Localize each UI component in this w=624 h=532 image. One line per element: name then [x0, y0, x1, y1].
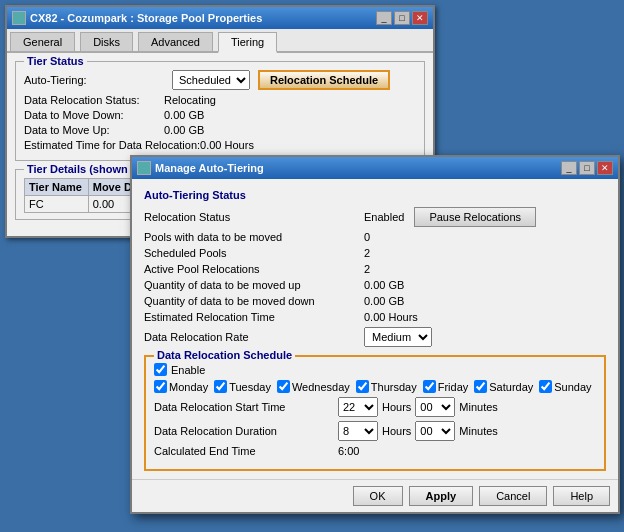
- quantity-move-down-label: Quantity of data to be moved down: [144, 295, 364, 307]
- tab-disks[interactable]: Disks: [80, 32, 133, 51]
- move-up-label: Data to Move Up:: [24, 124, 164, 136]
- day-thursday: Thursday: [356, 380, 417, 393]
- day-wednesday: Wednesday: [277, 380, 350, 393]
- relocation-status-dialog-value: Enabled: [364, 211, 404, 223]
- cell-tier-name: FC: [25, 196, 89, 213]
- pause-relocations-button[interactable]: Pause Relocations: [414, 207, 536, 227]
- dialog-titlebar-icon: [137, 161, 151, 175]
- main-window-title: CX82 - Cozumpark : Storage Pool Properti…: [30, 12, 262, 24]
- relocation-schedule-button[interactable]: Relocation Schedule: [258, 70, 390, 90]
- day-monday: Monday: [154, 380, 208, 393]
- ok-button[interactable]: OK: [353, 486, 403, 506]
- pools-with-data-row: Pools with data to be moved 0: [144, 231, 606, 243]
- minimize-button[interactable]: _: [376, 11, 392, 25]
- enable-label: Enable: [171, 364, 205, 376]
- titlebar-icon: [12, 11, 26, 25]
- auto-tiering-select[interactable]: Scheduled: [172, 70, 250, 90]
- calculated-end-label: Calculated End Time: [154, 445, 334, 457]
- monday-label: Monday: [169, 381, 208, 393]
- enable-row: Enable: [154, 363, 596, 376]
- data-relocation-rate-row: Data Relocation Rate Low Medium High: [144, 327, 606, 347]
- quantity-move-up-row: Quantity of data to be moved up 0.00 GB: [144, 279, 606, 291]
- day-sunday: Sunday: [539, 380, 591, 393]
- auto-tiering-label: Auto-Tiering:: [24, 74, 164, 86]
- active-pool-relocations-value: 2: [364, 263, 370, 275]
- relocation-status-dialog-row: Relocation Status Enabled Pause Relocati…: [144, 207, 606, 227]
- quantity-move-down-row: Quantity of data to be moved down 0.00 G…: [144, 295, 606, 307]
- col-tier-name: Tier Name: [25, 179, 89, 196]
- tab-bar: General Disks Advanced Tiering: [7, 29, 433, 53]
- estimated-time-value: 0.00 Hours: [200, 139, 254, 151]
- minutes-label-2: Minutes: [459, 425, 498, 437]
- data-relocation-rate-label: Data Relocation Rate: [144, 331, 364, 343]
- enable-checkbox[interactable]: [154, 363, 167, 376]
- estimated-relocation-row: Estimated Relocation Time 0.00 Hours: [144, 311, 606, 323]
- schedule-group: Data Relocation Schedule Enable Monday T…: [144, 355, 606, 471]
- apply-button[interactable]: Apply: [409, 486, 474, 506]
- manage-dialog: Manage Auto-Tiering _ □ ✕ Auto-Tiering S…: [130, 155, 620, 514]
- active-pool-relocations-label: Active Pool Relocations: [144, 263, 364, 275]
- monday-checkbox[interactable]: [154, 380, 167, 393]
- tab-general[interactable]: General: [10, 32, 75, 51]
- move-down-row: Data to Move Down: 0.00 GB: [24, 109, 416, 121]
- start-minute-select[interactable]: 00: [415, 397, 455, 417]
- day-friday: Friday: [423, 380, 469, 393]
- tier-status-title: Tier Status: [24, 55, 87, 67]
- move-down-label: Data to Move Down:: [24, 109, 164, 121]
- quantity-move-up-value: 0.00 GB: [364, 279, 404, 291]
- calculated-end-value: 6:00: [338, 445, 359, 457]
- days-row: Monday Tuesday Wednesday Thursday Friday: [154, 380, 596, 393]
- duration-minute-select[interactable]: 00: [415, 421, 455, 441]
- thursday-checkbox[interactable]: [356, 380, 369, 393]
- tab-advanced[interactable]: Advanced: [138, 32, 213, 51]
- titlebar-left: CX82 - Cozumpark : Storage Pool Properti…: [12, 11, 262, 25]
- saturday-checkbox[interactable]: [474, 380, 487, 393]
- friday-checkbox[interactable]: [423, 380, 436, 393]
- tab-tiering[interactable]: Tiering: [218, 32, 277, 53]
- sunday-label: Sunday: [554, 381, 591, 393]
- titlebar-controls: _ □ ✕: [376, 11, 428, 25]
- help-button[interactable]: Help: [553, 486, 610, 506]
- wednesday-label: Wednesday: [292, 381, 350, 393]
- auto-tiering-row: Auto-Tiering: Scheduled Relocation Sched…: [24, 70, 416, 90]
- duration-hour-select[interactable]: 8: [338, 421, 378, 441]
- dialog-minimize-button[interactable]: _: [561, 161, 577, 175]
- wednesday-checkbox[interactable]: [277, 380, 290, 393]
- day-saturday: Saturday: [474, 380, 533, 393]
- scheduled-pools-row: Scheduled Pools 2: [144, 247, 606, 259]
- calculated-end-row: Calculated End Time 6:00: [154, 445, 596, 457]
- friday-label: Friday: [438, 381, 469, 393]
- maximize-button[interactable]: □: [394, 11, 410, 25]
- minutes-label-1: Minutes: [459, 401, 498, 413]
- dialog-close-button[interactable]: ✕: [597, 161, 613, 175]
- move-down-value: 0.00 GB: [164, 109, 204, 121]
- start-hour-select[interactable]: 22: [338, 397, 378, 417]
- pools-with-data-label: Pools with data to be moved: [144, 231, 364, 243]
- relocation-status-value: Relocating: [164, 94, 216, 106]
- dialog-titlebar: Manage Auto-Tiering _ □ ✕: [132, 157, 618, 179]
- close-button[interactable]: ✕: [412, 11, 428, 25]
- saturday-label: Saturday: [489, 381, 533, 393]
- relocation-status-row: Data Relocation Status: Relocating: [24, 94, 416, 106]
- estimated-relocation-value: 0.00 Hours: [364, 311, 418, 323]
- scheduled-pools-value: 2: [364, 247, 370, 259]
- dialog-title: Manage Auto-Tiering: [155, 162, 264, 174]
- thursday-label: Thursday: [371, 381, 417, 393]
- quantity-move-down-value: 0.00 GB: [364, 295, 404, 307]
- dialog-titlebar-left: Manage Auto-Tiering: [137, 161, 264, 175]
- day-tuesday: Tuesday: [214, 380, 271, 393]
- quantity-move-up-label: Quantity of data to be moved up: [144, 279, 364, 291]
- hours-label-2: Hours: [382, 425, 411, 437]
- active-pool-relocations-row: Active Pool Relocations 2: [144, 263, 606, 275]
- data-relocation-rate-select[interactable]: Low Medium High: [364, 327, 432, 347]
- tuesday-checkbox[interactable]: [214, 380, 227, 393]
- auto-tiering-status-title: Auto-Tiering Status: [144, 189, 606, 201]
- start-time-label: Data Relocation Start Time: [154, 401, 334, 413]
- start-time-row: Data Relocation Start Time 22 Hours 00 M…: [154, 397, 596, 417]
- duration-row: Data Relocation Duration 8 Hours 00 Minu…: [154, 421, 596, 441]
- tier-status-group: Tier Status Auto-Tiering: Scheduled Relo…: [15, 61, 425, 161]
- dialog-buttons: OK Apply Cancel Help: [132, 479, 618, 512]
- cancel-button[interactable]: Cancel: [479, 486, 547, 506]
- sunday-checkbox[interactable]: [539, 380, 552, 393]
- dialog-maximize-button[interactable]: □: [579, 161, 595, 175]
